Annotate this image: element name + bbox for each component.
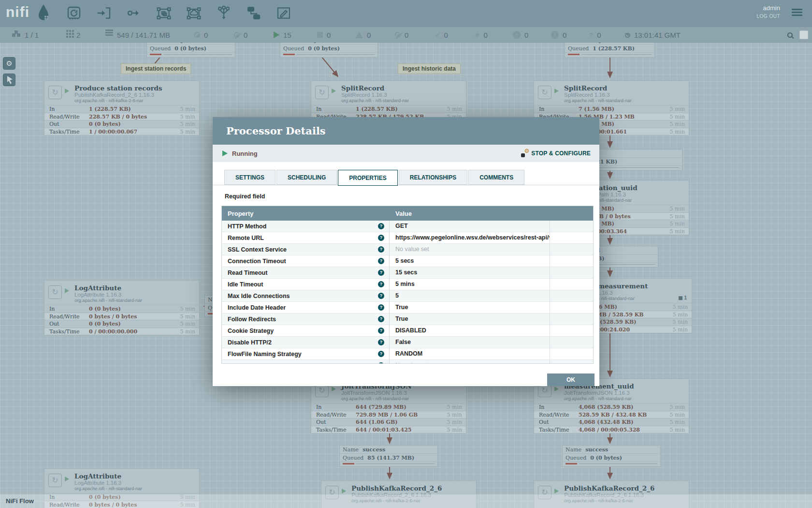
stat-row: Out4,068 (432.48 KB)5 min bbox=[534, 418, 689, 426]
process-group-component-icon[interactable] bbox=[156, 5, 172, 21]
input-port-component-icon[interactable] bbox=[96, 5, 112, 21]
help-icon[interactable]: ? bbox=[378, 316, 384, 322]
tab[interactable]: SETTINGS bbox=[224, 170, 276, 185]
tab[interactable]: PROPERTIES bbox=[338, 170, 397, 186]
property-row[interactable]: HTTP Method? GET bbox=[222, 221, 593, 232]
property-row[interactable]: Disable HTTP/2? False bbox=[222, 337, 593, 348]
stat-row: In644 (729.89 MB)5 min bbox=[311, 403, 466, 411]
help-icon[interactable]: ? bbox=[378, 258, 384, 264]
help-icon[interactable]: ? bbox=[378, 351, 384, 357]
help-icon[interactable]: ? bbox=[378, 362, 384, 363]
funnel-component-icon[interactable] bbox=[216, 5, 232, 21]
required-field-label: Required field bbox=[225, 193, 265, 200]
dialog-tabs: SETTINGS SCHEDULING PROPERTIES RELATIONS… bbox=[224, 170, 525, 186]
property-value: DISABLED bbox=[395, 327, 426, 334]
property-name: Idle Timeout bbox=[228, 281, 263, 288]
stat-row: Out0 (0 bytes)5 min bbox=[44, 120, 199, 128]
nifi-logo: nifi bbox=[6, 4, 29, 20]
tab[interactable]: SCHEDULING bbox=[276, 170, 337, 185]
processor-component-icon[interactable] bbox=[66, 5, 82, 21]
nifi-application: NameResponse Queued0 (0 bytes) NameRespo… bbox=[0, 0, 812, 508]
property-row[interactable]: Read Timeout? 15 secs bbox=[222, 267, 593, 279]
help-icon[interactable]: ? bbox=[378, 223, 384, 229]
stat-row: Read/Write528.59 KB / 432.48 KB5 min bbox=[534, 411, 689, 418]
stat-row: Tasks/Time4,068 / 00:00:05.3285 min bbox=[534, 426, 689, 433]
tab[interactable]: RELATIONSHIPS bbox=[399, 170, 467, 185]
flow-label[interactable]: Ingest historic data bbox=[398, 63, 461, 74]
cluster-count: 1 / 1 bbox=[25, 31, 39, 39]
property-row[interactable]: SSL Context Service? No value set bbox=[222, 244, 593, 255]
running-indicator-icon bbox=[554, 387, 559, 391]
queued-flowfiles-icon bbox=[105, 30, 113, 31]
transmitting-icon bbox=[194, 32, 200, 38]
processor[interactable]: ↻ LogAttribute LogAttribute 1.16.3 org.a… bbox=[44, 280, 200, 335]
running-indicator-icon bbox=[554, 489, 559, 493]
navigate-palette-button[interactable] bbox=[3, 57, 15, 70]
help-icon[interactable]: ? bbox=[378, 328, 384, 334]
property-name: Attributes to Send bbox=[228, 362, 280, 364]
stat-row: In4,068 (528.59 KB)5 min bbox=[534, 403, 689, 411]
help-icon[interactable]: ? bbox=[378, 281, 384, 287]
queue-fill-bar bbox=[283, 54, 375, 56]
processor[interactable]: ↻ Produce station records PublishKafkaRe… bbox=[44, 80, 200, 135]
logout-link[interactable]: LOG OUT bbox=[756, 14, 780, 19]
search-icon[interactable] bbox=[787, 32, 793, 38]
stat-row: Read/Write228.57 KB / 0 bytes5 min bbox=[44, 113, 199, 120]
refresh-icon[interactable] bbox=[625, 32, 630, 38]
property-name: Connection Timeout bbox=[228, 258, 286, 265]
help-icon[interactable]: ? bbox=[378, 293, 384, 299]
flow-label[interactable]: Ingest station records bbox=[121, 63, 191, 74]
running-indicator-icon bbox=[65, 288, 69, 293]
bulletin-panel-button[interactable] bbox=[799, 30, 808, 39]
property-row[interactable]: Include Date Header? True bbox=[222, 302, 593, 314]
label-component-icon[interactable] bbox=[276, 5, 291, 21]
property-row[interactable]: Max Idle Connections? 5 bbox=[222, 290, 593, 302]
property-row[interactable]: FlowFile Naming Strategy? RANDOM bbox=[222, 348, 593, 360]
sync-failure-icon: ? bbox=[589, 31, 593, 39]
value-column-header: Value bbox=[390, 210, 412, 217]
stat-row: In1 (228.57 KB)5 min bbox=[44, 105, 199, 113]
output-port-component-icon[interactable] bbox=[126, 5, 142, 21]
remote-process-group-component-icon[interactable] bbox=[186, 5, 202, 21]
processor-type-icon: ↻ bbox=[48, 285, 62, 299]
help-icon[interactable]: ? bbox=[378, 304, 384, 311]
queue-fill-bar bbox=[566, 463, 657, 465]
property-value: 15 secs bbox=[395, 269, 417, 276]
property-row[interactable]: Connection Timeout? 5 secs bbox=[222, 255, 593, 267]
flow-status-bar: 1 / 1 2 549 / 141.71 MB 0 0 15 0 0 0 ✓0 … bbox=[0, 27, 812, 43]
processor-type-icon: ↻ bbox=[48, 474, 62, 487]
breadcrumb-root[interactable]: NiFi Flow bbox=[6, 497, 34, 505]
dialog-title: Processor Details bbox=[226, 125, 326, 137]
property-name: SSL Context Service bbox=[228, 246, 287, 253]
dialog-status-row: Running ⚙ STOP & CONFIGURE bbox=[213, 145, 599, 162]
ok-button[interactable]: OK bbox=[547, 374, 594, 386]
locally-modified-icon: ∗ bbox=[474, 30, 480, 39]
processor[interactable]: ↻ measurement_uuid JoltTransformJSON 1.1… bbox=[534, 378, 689, 433]
property-row[interactable]: Cookie Strategy? DISABLED bbox=[222, 325, 593, 337]
tab[interactable]: COMMENTS bbox=[468, 170, 524, 185]
active-threads-icon bbox=[66, 30, 68, 32]
breadcrumb[interactable]: NiFi Flow bbox=[0, 494, 812, 508]
global-menu-icon[interactable] bbox=[792, 9, 802, 17]
connection-label[interactable]: Namesuccess Queued0 (0 bytes) bbox=[562, 445, 661, 467]
operate-palette-button[interactable] bbox=[3, 74, 15, 86]
processor[interactable]: ↻ JoltTransformJSON JoltTransformJSON 1.… bbox=[311, 378, 466, 433]
up-to-date-icon: ✓ bbox=[434, 30, 440, 39]
help-icon[interactable]: ? bbox=[378, 269, 384, 276]
property-row[interactable]: Idle Timeout? 5 mins bbox=[222, 279, 593, 290]
processor-name: Produce station records bbox=[74, 84, 195, 92]
stop-and-configure-button[interactable]: ⚙ STOP & CONFIGURE bbox=[521, 150, 591, 157]
last-refresh-time: 13:01:41 GMT bbox=[634, 31, 681, 39]
help-icon[interactable]: ? bbox=[378, 339, 384, 345]
property-row[interactable]: Follow Redirects? True bbox=[222, 314, 593, 325]
property-row[interactable]: Attributes to Send? No value set bbox=[222, 360, 593, 363]
disabled-count-icon bbox=[395, 32, 401, 38]
property-value: 5 secs bbox=[395, 257, 414, 264]
connection-label[interactable]: Namesuccess Queued85 (141.37 MB) bbox=[339, 445, 438, 467]
stat-row: Read/Write729.89 MB / 1.06 GB5 min bbox=[311, 411, 466, 418]
help-icon[interactable]: ? bbox=[378, 235, 384, 241]
property-row[interactable]: Remote URL? https://www.pegelonline.wsv.… bbox=[222, 232, 593, 244]
help-icon[interactable]: ? bbox=[378, 246, 384, 253]
template-component-icon[interactable] bbox=[246, 5, 261, 21]
properties-table: Property Value HTTP Method? GET Remote U… bbox=[221, 206, 594, 364]
